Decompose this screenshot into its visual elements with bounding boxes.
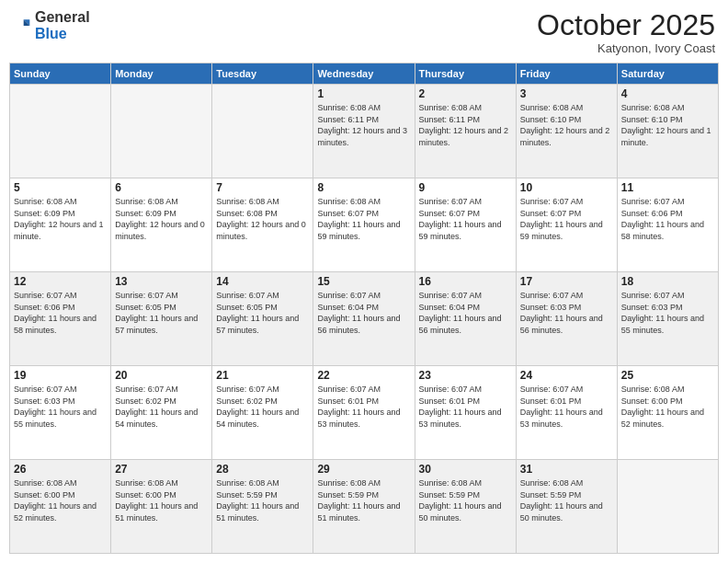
header-tuesday: Tuesday bbox=[212, 63, 313, 85]
table-row: 1Sunrise: 6:08 AMSunset: 6:11 PMDaylight… bbox=[313, 85, 415, 178]
table-row bbox=[10, 85, 111, 178]
location: Katyonon, Ivory Coast bbox=[537, 41, 715, 55]
table-row: 7Sunrise: 6:08 AMSunset: 6:08 PMDaylight… bbox=[212, 178, 313, 272]
title-block: October 2025 Katyonon, Ivory Coast bbox=[537, 9, 715, 55]
table-row: 17Sunrise: 6:07 AMSunset: 6:03 PMDayligh… bbox=[516, 272, 617, 366]
logo-icon bbox=[13, 17, 31, 35]
logo-general-text: General bbox=[35, 9, 90, 25]
table-row: 31Sunrise: 6:08 AMSunset: 5:59 PMDayligh… bbox=[516, 460, 617, 554]
table-row: 5Sunrise: 6:08 AMSunset: 6:09 PMDaylight… bbox=[10, 178, 111, 272]
header: General Blue October 2025 Katyonon, Ivor… bbox=[9, 9, 719, 55]
table-row bbox=[111, 85, 212, 178]
table-row: 21Sunrise: 6:07 AMSunset: 6:02 PMDayligh… bbox=[212, 366, 313, 460]
table-row: 27Sunrise: 6:08 AMSunset: 6:00 PMDayligh… bbox=[111, 460, 212, 554]
header-friday: Friday bbox=[516, 63, 617, 85]
table-row: 2Sunrise: 6:08 AMSunset: 6:11 PMDaylight… bbox=[415, 85, 516, 178]
table-row: 29Sunrise: 6:08 AMSunset: 5:59 PMDayligh… bbox=[313, 460, 415, 554]
table-row: 12Sunrise: 6:07 AMSunset: 6:06 PMDayligh… bbox=[10, 272, 111, 366]
table-row: 9Sunrise: 6:07 AMSunset: 6:07 PMDaylight… bbox=[415, 178, 516, 272]
table-row: 22Sunrise: 6:07 AMSunset: 6:01 PMDayligh… bbox=[313, 366, 415, 460]
table-row: 4Sunrise: 6:08 AMSunset: 6:10 PMDaylight… bbox=[617, 85, 718, 178]
table-row: 23Sunrise: 6:07 AMSunset: 6:01 PMDayligh… bbox=[415, 366, 516, 460]
calendar-table: Sunday Monday Tuesday Wednesday Thursday… bbox=[9, 63, 719, 554]
table-row: 30Sunrise: 6:08 AMSunset: 5:59 PMDayligh… bbox=[415, 460, 516, 554]
table-row: 8Sunrise: 6:08 AMSunset: 6:07 PMDaylight… bbox=[313, 178, 415, 272]
table-row: 15Sunrise: 6:07 AMSunset: 6:04 PMDayligh… bbox=[313, 272, 415, 366]
logo-blue-text: Blue bbox=[35, 26, 67, 41]
table-row: 6Sunrise: 6:08 AMSunset: 6:09 PMDaylight… bbox=[111, 178, 212, 272]
header-saturday: Saturday bbox=[617, 63, 718, 85]
header-sunday: Sunday bbox=[10, 63, 111, 85]
table-row: 11Sunrise: 6:07 AMSunset: 6:06 PMDayligh… bbox=[617, 178, 718, 272]
header-thursday: Thursday bbox=[415, 63, 516, 85]
header-wednesday: Wednesday bbox=[313, 63, 415, 85]
table-row bbox=[617, 460, 718, 554]
month-year: October 2025 bbox=[537, 9, 715, 41]
table-row bbox=[212, 85, 313, 178]
weekday-header-row: Sunday Monday Tuesday Wednesday Thursday… bbox=[10, 63, 719, 85]
logo: General Blue bbox=[13, 9, 90, 41]
table-row: 28Sunrise: 6:08 AMSunset: 5:59 PMDayligh… bbox=[212, 460, 313, 554]
table-row: 26Sunrise: 6:08 AMSunset: 6:00 PMDayligh… bbox=[10, 460, 111, 554]
table-row: 16Sunrise: 6:07 AMSunset: 6:04 PMDayligh… bbox=[415, 272, 516, 366]
table-row: 19Sunrise: 6:07 AMSunset: 6:03 PMDayligh… bbox=[10, 366, 111, 460]
header-monday: Monday bbox=[111, 63, 212, 85]
table-row: 13Sunrise: 6:07 AMSunset: 6:05 PMDayligh… bbox=[111, 272, 212, 366]
table-row: 3Sunrise: 6:08 AMSunset: 6:10 PMDaylight… bbox=[516, 85, 617, 178]
table-row: 25Sunrise: 6:08 AMSunset: 6:00 PMDayligh… bbox=[617, 366, 718, 460]
table-row: 18Sunrise: 6:07 AMSunset: 6:03 PMDayligh… bbox=[617, 272, 718, 366]
table-row: 24Sunrise: 6:07 AMSunset: 6:01 PMDayligh… bbox=[516, 366, 617, 460]
page: General Blue October 2025 Katyonon, Ivor… bbox=[0, 0, 728, 563]
table-row: 10Sunrise: 6:07 AMSunset: 6:07 PMDayligh… bbox=[516, 178, 617, 272]
table-row: 14Sunrise: 6:07 AMSunset: 6:05 PMDayligh… bbox=[212, 272, 313, 366]
table-row: 20Sunrise: 6:07 AMSunset: 6:02 PMDayligh… bbox=[111, 366, 212, 460]
